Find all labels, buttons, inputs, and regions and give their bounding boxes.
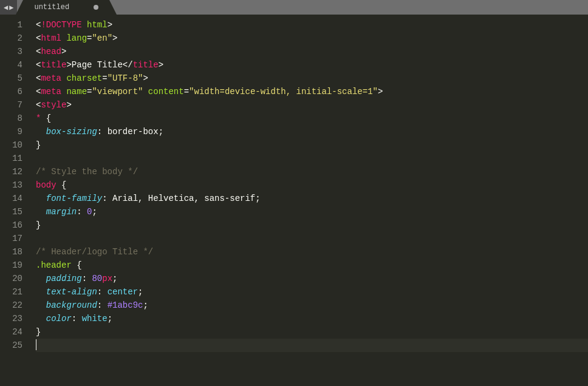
line-number: 22 <box>0 299 22 312</box>
line-number: 11 <box>0 152 22 165</box>
code-line: <head> <box>36 45 588 58</box>
code-line: <meta name="viewport" content="width=dev… <box>36 85 588 98</box>
tab-label: untitled <box>34 3 69 12</box>
code-line: } <box>36 218 588 232</box>
code-line: <style> <box>36 98 588 112</box>
nav-prev-icon[interactable]: ◀ <box>4 3 8 12</box>
line-number: 10 <box>0 138 22 152</box>
text-cursor <box>36 339 36 350</box>
line-number: 4 <box>0 58 22 72</box>
line-number: 9 <box>0 125 22 138</box>
code-line: <title>Page Title</title> <box>36 58 588 72</box>
code-line: background: #1abc9c; <box>36 299 588 312</box>
line-number: 12 <box>0 165 22 178</box>
code-line: body { <box>36 178 588 192</box>
line-number: 19 <box>0 259 22 272</box>
line-number-gutter: 1234567891011121314151617181920212223242… <box>0 15 27 386</box>
line-number: 8 <box>0 112 22 125</box>
tab-untitled[interactable]: untitled <box>23 0 109 15</box>
code-line <box>36 232 588 245</box>
code-line: font-family: Arial, Helvetica, sans-seri… <box>36 192 588 205</box>
nav-arrows: ◀ ▶ <box>0 0 17 15</box>
tab-bar: ◀ ▶ untitled <box>0 0 588 15</box>
line-number: 15 <box>0 205 22 218</box>
code-line: padding: 80px; <box>36 272 588 285</box>
code-line <box>36 339 588 352</box>
code-line: } <box>36 138 588 152</box>
line-number: 2 <box>0 32 22 45</box>
code-line <box>36 152 588 165</box>
line-number: 13 <box>0 178 22 192</box>
code-line: box-sizing: border-box; <box>36 125 588 138</box>
line-number: 16 <box>0 218 22 232</box>
code-line: .header { <box>36 259 588 272</box>
editor: 1234567891011121314151617181920212223242… <box>0 15 588 386</box>
line-number: 25 <box>0 339 22 352</box>
line-number: 7 <box>0 98 22 112</box>
code-line: margin: 0; <box>36 205 588 218</box>
line-number: 6 <box>0 85 22 98</box>
line-number: 3 <box>0 45 22 58</box>
code-line: text-align: center; <box>36 285 588 299</box>
dirty-indicator-icon <box>94 5 98 10</box>
code-line: } <box>36 325 588 339</box>
code-line: <html lang="en"> <box>36 32 588 45</box>
line-number: 20 <box>0 272 22 285</box>
code-line: <!DOCTYPE html> <box>36 18 588 32</box>
line-number: 24 <box>0 325 22 339</box>
code-line: * { <box>36 112 588 125</box>
line-number: 18 <box>0 245 22 259</box>
code-line: color: white; <box>36 312 588 325</box>
line-number: 21 <box>0 285 22 299</box>
code-line: /* Style the body */ <box>36 165 588 178</box>
line-number: 17 <box>0 232 22 245</box>
code-area[interactable]: <!DOCTYPE html><html lang="en"><head><ti… <box>27 15 588 386</box>
code-line: /* Header/logo Title */ <box>36 245 588 259</box>
nav-next-icon[interactable]: ▶ <box>9 3 13 12</box>
line-number: 5 <box>0 72 22 85</box>
code-line: <meta charset="UTF-8"> <box>36 72 588 85</box>
line-number: 1 <box>0 18 22 32</box>
line-number: 14 <box>0 192 22 205</box>
line-number: 23 <box>0 312 22 325</box>
